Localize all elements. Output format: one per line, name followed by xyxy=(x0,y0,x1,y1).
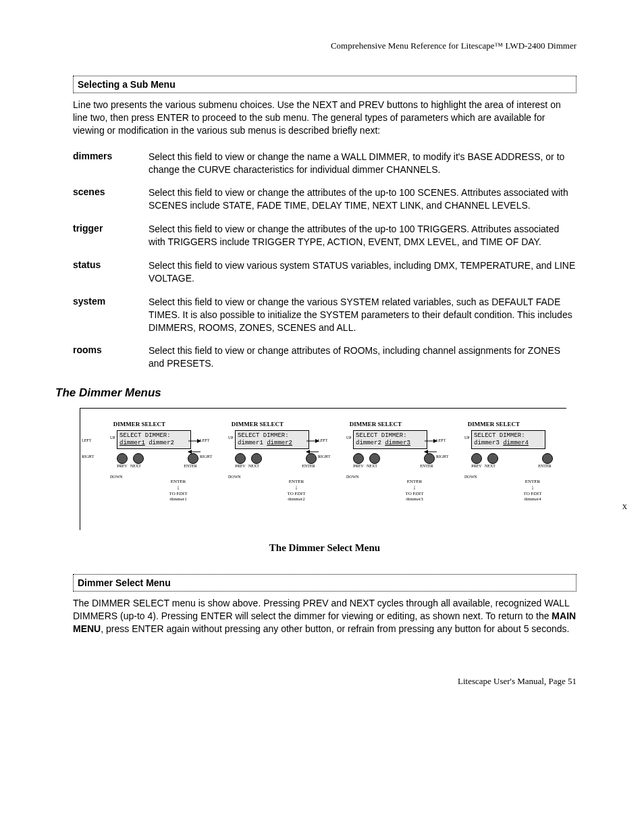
lcd-display: SELECT DIMMER: dimmer3 dimmer4 xyxy=(471,430,545,449)
def-desc: Select this field to view or change attr… xyxy=(149,340,576,377)
diagram-panel: DIMMER SELECT LEFT RIGHT UP SELECT DIMME… xyxy=(80,421,198,502)
right-label: RIGHT xyxy=(82,454,94,459)
next-knob-icon xyxy=(133,453,144,464)
prev-label: PREV xyxy=(353,464,364,468)
dimmer-select-paragraph: The DIMMER SELECT menu is show above. Pr… xyxy=(73,597,576,635)
lcd-display: SELECT DIMMER: dimmer1 dimmer2 xyxy=(235,430,309,449)
left-label: LEFT xyxy=(82,438,94,442)
def-term: dimmers xyxy=(73,147,149,183)
next-label: NEXT xyxy=(367,464,377,468)
panel-title: DIMMER SELECT xyxy=(198,421,317,427)
right-label: RIGHT xyxy=(200,454,212,459)
diagram-caption: The Dimmer Select Menu xyxy=(73,542,576,554)
enter-label: ENTER xyxy=(419,464,435,468)
prev-knob-icon xyxy=(471,453,482,464)
def-term: system xyxy=(73,292,149,341)
right-label: RIGHT xyxy=(436,454,448,459)
diagram-panel: DIMMER SELECT LEFT RIGHT UP SELECT DIMME… xyxy=(198,421,317,502)
next-label: NEXT xyxy=(485,464,495,468)
intro-paragraph: Line two presents the various submenu ch… xyxy=(73,99,576,137)
def-desc: Select this field to view or change the … xyxy=(149,292,576,341)
left-label: LEFT xyxy=(200,438,212,442)
edit-target: dimmer2 xyxy=(279,496,313,502)
def-term: status xyxy=(73,255,149,292)
enter-label: ENTER xyxy=(300,464,317,468)
prev-knob-icon xyxy=(117,453,128,464)
to-edit-label: TO EDIT xyxy=(161,491,195,496)
up-label: UP xyxy=(464,436,470,440)
diagram-panel: DIMMER SELECT LEFT RIGHT UP SELECT DIMME… xyxy=(317,421,435,502)
next-label: NEXT xyxy=(130,464,141,468)
up-label: UP xyxy=(346,436,352,440)
edit-target: dimmer3 xyxy=(398,496,431,502)
enter-label: ENTER xyxy=(537,464,553,468)
left-label: LEFT xyxy=(436,438,448,442)
prev-knob-icon xyxy=(353,453,364,464)
down-label: DOWN xyxy=(464,475,477,479)
def-term: rooms xyxy=(73,340,149,377)
def-desc: Select this field to view various system… xyxy=(149,255,576,292)
to-edit-label: TO EDIT xyxy=(398,491,431,496)
page-header: Comprehensive Menu Reference for Litesca… xyxy=(73,41,576,51)
enter-knob-icon xyxy=(188,453,198,464)
diagram-panel: DIMMER SELECT LEFT RIGHT UP SELECT DIMME… xyxy=(435,421,553,502)
next-knob-icon xyxy=(369,453,380,464)
next-knob-icon xyxy=(251,453,262,464)
enter-label: ENTER xyxy=(182,464,198,468)
arrow-down-icon: ↓ xyxy=(516,484,549,491)
next-knob-icon xyxy=(487,453,498,464)
panel-title: DIMMER SELECT xyxy=(435,421,553,427)
prev-label: PREV xyxy=(117,464,128,468)
def-desc: Select this field to view or change the … xyxy=(149,219,576,255)
panel-title: DIMMER SELECT xyxy=(80,421,198,427)
arrow-down-icon: ↓ xyxy=(398,484,431,491)
arrow-down-icon: ↓ xyxy=(161,484,195,491)
next-label: NEXT xyxy=(248,464,259,468)
lcd-display: SELECT DIMMER: dimmer1 dimmer2 xyxy=(117,430,191,449)
def-desc: Select this field to view or change the … xyxy=(149,182,576,219)
to-edit-label: TO EDIT xyxy=(279,491,313,496)
def-desc: Select this field to view or change the … xyxy=(149,147,576,183)
x-mark: X xyxy=(622,503,627,511)
lcd-display: SELECT DIMMER: dimmer2 dimmer3 xyxy=(353,430,427,449)
section-heading-dimmer-menus: The Dimmer Menus xyxy=(55,386,576,400)
arrow-down-icon: ↓ xyxy=(279,484,313,491)
section-header-submenu: Selecting a Sub Menu xyxy=(73,76,576,93)
def-term: scenes xyxy=(73,182,149,219)
page-footer: Litescape User's Manual, Page 51 xyxy=(73,676,576,687)
definition-list: dimmers Select this field to view or cha… xyxy=(73,147,576,377)
up-label: UP xyxy=(228,436,234,440)
def-term: trigger xyxy=(73,219,149,255)
section-header-dimmer-select: Dimmer Select Menu xyxy=(73,574,576,592)
up-label: UP xyxy=(110,436,115,440)
prev-label: PREV xyxy=(235,464,246,468)
enter-knob-icon xyxy=(306,453,317,464)
down-label: DOWN xyxy=(110,475,123,479)
down-label: DOWN xyxy=(228,475,241,479)
enter-knob-icon xyxy=(424,453,435,464)
edit-target: dimmer4 xyxy=(516,496,549,502)
dimmer-select-diagram: DIMMER SELECT LEFT RIGHT UP SELECT DIMME… xyxy=(73,408,576,554)
to-edit-label: TO EDIT xyxy=(516,491,549,496)
left-label: LEFT xyxy=(318,438,330,442)
down-label: DOWN xyxy=(346,475,359,479)
enter-knob-icon xyxy=(542,453,553,464)
prev-label: PREV xyxy=(471,464,482,468)
edit-target: dimmer1 xyxy=(161,496,195,502)
panel-title: DIMMER SELECT xyxy=(317,421,435,427)
prev-knob-icon xyxy=(235,453,246,464)
right-label: RIGHT xyxy=(318,454,330,459)
